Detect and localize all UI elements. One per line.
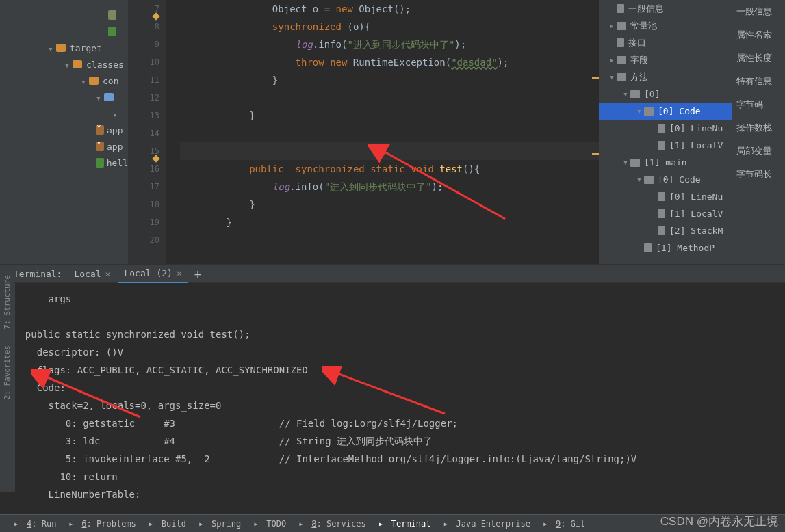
props-file-icon (108, 27, 116, 36)
tree-item[interactable]: classes (0, 56, 128, 72)
struct-label: [0] LineNu (669, 191, 723, 202)
tree-label: classes (86, 59, 124, 70)
tree-item[interactable]: target (0, 40, 128, 56)
chevron-icon: ▸ (607, 21, 617, 31)
tab-label: Local (2) (124, 268, 172, 278)
code-line[interactable]: Object o = new Object(); (180, 0, 599, 18)
info-panel: 一般信息属性名索属性长度特有信息 字节码操作数栈局部变量字节码长 (732, 0, 785, 264)
tab-label: Local (74, 269, 101, 279)
tree-label: hell (107, 158, 128, 168)
code-line[interactable]: synchronized (o){ (180, 18, 599, 36)
chevron-icon: ▾ (621, 89, 630, 99)
info-item: 操作数栈 (732, 116, 785, 139)
code-line[interactable] (180, 124, 599, 142)
file-icon (658, 209, 665, 218)
tool-icon: ▸ (149, 519, 158, 529)
struct-item[interactable]: ▾[1] main (599, 154, 732, 171)
code-line[interactable]: } (180, 107, 599, 124)
bottombar-todo[interactable]: ▸TODO (253, 519, 286, 529)
chevron-icon: ▾ (621, 157, 630, 168)
terminal-header: Terminal: LocalLocal (2) (0, 264, 785, 283)
bottombar-java-enterprise[interactable]: ▸Java Enterprise (443, 519, 530, 529)
struct-label: 常量池 (630, 20, 657, 32)
bottombar-run[interactable]: ▸4: Run (14, 519, 56, 529)
struct-item[interactable]: [2] StackM (599, 222, 732, 239)
code-line[interactable]: log.info("进入到同步代码块中了"); (180, 178, 599, 196)
tree-item[interactable]: hell (0, 155, 128, 171)
add-tab-button[interactable] (194, 267, 202, 281)
struct-label: [1] LocalV (669, 140, 723, 150)
file-icon (658, 192, 665, 201)
struct-item[interactable]: [0] LineNu (599, 188, 732, 205)
struct-item[interactable]: [1] LocalV (599, 205, 732, 222)
folder-icon (104, 93, 114, 101)
tree-item[interactable]: app (0, 138, 128, 155)
code-line[interactable]: throw new RuntimeException("dasdad"); (180, 53, 599, 71)
props-file-icon (96, 158, 104, 168)
struct-label: [0] (644, 89, 660, 99)
code-line[interactable] (180, 231, 599, 249)
folder-icon (56, 44, 66, 52)
chevron-down-icon (81, 77, 89, 85)
file-icon (617, 4, 624, 13)
terminal-tab[interactable]: Local (2) (118, 264, 187, 283)
code-line[interactable]: } (180, 213, 599, 231)
terminal-tab[interactable]: Local (68, 264, 116, 283)
tool-icon: ▸ (253, 519, 263, 529)
code-editor[interactable]: 7891011121314151617181920 Object o = new… (129, 0, 599, 264)
bottombar-terminal[interactable]: ▸Terminal (378, 519, 431, 529)
warning-marker[interactable] (592, 153, 599, 155)
close-icon[interactable] (177, 268, 182, 278)
bottombar-build[interactable]: ▸Build (149, 519, 186, 529)
struct-item[interactable]: ▸字段 (599, 51, 732, 68)
tool-icon: ▸ (14, 519, 23, 529)
struct-item[interactable]: ▾[0] (599, 85, 732, 103)
tree-label: target (70, 43, 102, 53)
code-line[interactable]: log.info("进入到同步代码块中了"); (180, 36, 599, 53)
line-gutter: 7891011121314151617181920 (129, 0, 166, 264)
struct-item[interactable]: ▾[0] Code (599, 171, 732, 188)
tree-item[interactable] (0, 105, 128, 122)
file-icon (617, 38, 624, 47)
warning-marker[interactable] (592, 77, 599, 79)
struct-item[interactable]: [0] LineNu (599, 120, 732, 137)
chevron-down-icon (64, 60, 73, 68)
struct-item[interactable]: ▾方法 (599, 68, 732, 85)
left-tool-strip[interactable]: 7: Structure 2: Favorites (0, 267, 15, 492)
folder-icon (89, 77, 99, 85)
struct-item[interactable]: 接口 (599, 34, 732, 51)
bottombar-git[interactable]: ▸9: Git (543, 519, 585, 529)
structure-panel[interactable]: 一般信息▸常量池接口▸字段▾方法▾[0] ▾[0] Code[0] LineNu… (599, 0, 732, 264)
bottombar-spring[interactable]: ▸Spring (198, 519, 241, 529)
chevron-down-icon (96, 93, 104, 101)
struct-item[interactable]: [1] MethodP (599, 239, 732, 256)
yml-file-icon (96, 125, 104, 135)
tree-item[interactable] (0, 89, 128, 105)
bottombar-problems[interactable]: ▸6: Problems (68, 519, 136, 529)
bottombar-services[interactable]: ▸8: Services (298, 519, 365, 529)
favorites-tool[interactable]: 2: Favorites (0, 337, 14, 408)
struct-label: [1] MethodP (656, 243, 715, 253)
project-tree[interactable]: targetclassesconappapphell (0, 0, 129, 264)
info-item: 局部变量 (732, 139, 785, 163)
struct-item[interactable]: ▾[0] Code (599, 103, 732, 120)
folder-icon (617, 56, 626, 64)
tree-item[interactable]: con (0, 72, 128, 89)
code-line[interactable] (180, 142, 599, 160)
struct-item[interactable]: 一般信息 (599, 0, 732, 17)
struct-item[interactable]: ▸常量池 (599, 17, 732, 34)
code-line[interactable]: public synchronized static void test(){ (180, 160, 599, 178)
structure-tool[interactable]: 7: Structure (0, 267, 14, 337)
tree-item[interactable]: app (0, 122, 128, 138)
info-item: 字节码 (732, 93, 785, 116)
struct-label: 方法 (630, 71, 648, 83)
struct-item[interactable]: [1] LocalV (599, 137, 732, 154)
code-line[interactable] (180, 89, 599, 107)
struct-label: [2] StackM (669, 226, 723, 236)
folder-icon (73, 60, 82, 68)
close-icon[interactable] (105, 269, 111, 279)
terminal-output[interactable]: args public static synchronized void tes… (0, 283, 785, 512)
folder-icon (644, 107, 654, 116)
code-line[interactable]: } (180, 71, 599, 89)
code-line[interactable]: } (180, 196, 599, 213)
